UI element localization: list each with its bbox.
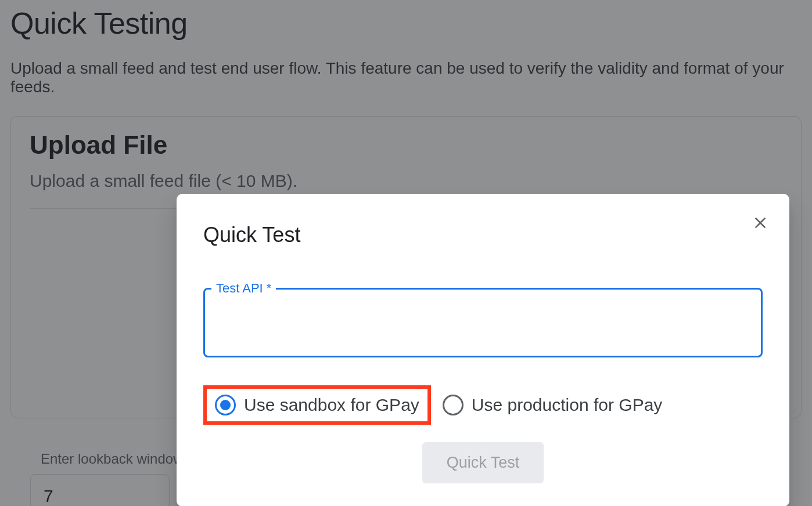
dialog-title: Quick Test: [203, 223, 763, 247]
test-api-field: Test API *: [203, 288, 763, 360]
quick-test-button[interactable]: Quick Test: [422, 442, 544, 483]
radio-sandbox-label: Use sandbox for GPay: [244, 395, 419, 415]
radio-production-label: Use production for GPay: [472, 395, 663, 415]
test-api-label: Test API *: [211, 281, 276, 296]
close-button[interactable]: [748, 210, 773, 236]
close-icon: [751, 214, 770, 232]
gpay-radio-group: Use sandbox for GPay Use production for …: [203, 385, 763, 425]
radio-icon: [443, 395, 464, 415]
highlight-sandbox: Use sandbox for GPay: [203, 385, 431, 425]
dialog-actions: Quick Test: [203, 442, 763, 483]
radio-icon: [215, 395, 236, 415]
radio-sandbox[interactable]: Use sandbox for GPay: [215, 395, 419, 415]
test-api-input[interactable]: [203, 288, 763, 357]
radio-production[interactable]: Use production for GPay: [437, 390, 669, 420]
quick-test-dialog: Quick Test Test API * Use sandbox for GP…: [177, 194, 789, 506]
